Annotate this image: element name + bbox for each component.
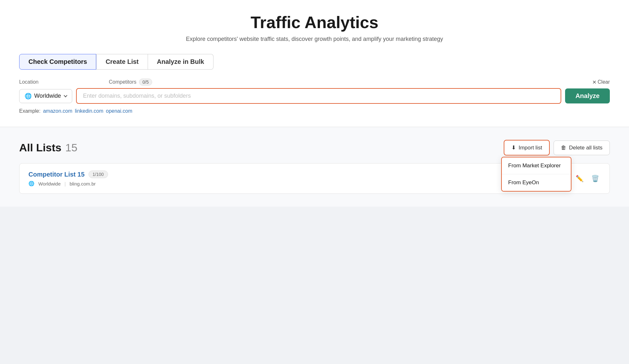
list-meta: 🌐 Worldwide | bling.com.br [28,181,108,186]
all-lists-header: All Lists 15 ⬇ Import list 🗑 Delete all … [19,140,610,155]
tab-create-list[interactable]: Create List [96,54,148,70]
lists-count: 15 [65,141,77,154]
delete-all-lists-button[interactable]: 🗑 Delete all lists [554,140,610,155]
domain-input[interactable] [76,88,562,104]
analyze-button[interactable]: Analyze [565,88,610,103]
tab-check-competitors[interactable]: Check Competitors [19,54,96,70]
tab-analyze-bulk[interactable]: Analyze in Bulk [148,54,214,70]
search-labels-left: Location Competitors 0/5 [19,79,152,86]
meta-divider: | [65,181,66,186]
clear-button[interactable]: ✕ Clear [592,79,610,85]
search-area: Location Competitors 0/5 ✕ Clear 🌐 World… [19,79,610,114]
list-card-name-row: Competitor List 15 1/100 [28,171,108,178]
example-amazon[interactable]: amazon.com [43,108,73,114]
list-badge: 1/100 [89,171,108,178]
list-location: Worldwide [38,181,61,186]
chevron-down-icon [64,93,67,99]
page-subtitle: Explore competitors' website traffic sta… [19,36,610,42]
edit-list-button[interactable]: ✏️ [574,173,585,184]
location-dropdown[interactable]: 🌐 Worldwide [19,89,72,103]
competitors-badge: 0/5 [139,79,152,86]
page-title: Traffic Analytics [19,13,610,32]
example-linkedin[interactable]: linkedin.com [75,108,103,114]
search-row: 🌐 Worldwide Analyze [19,88,610,104]
globe-icon: 🌐 [25,93,32,100]
competitors-label: Competitors 0/5 [109,79,152,86]
list-card-left: Competitor List 15 1/100 🌐 Worldwide | b… [28,171,108,186]
list-domain: bling.com.br [70,181,96,186]
tabs-row: Check Competitors Create List Analyze in… [19,54,610,70]
top-section: Traffic Analytics Explore competitors' w… [0,0,629,127]
list-name-link[interactable]: Competitor List 15 [28,171,85,178]
location-label: Location [19,79,39,85]
import-list-button[interactable]: ⬇ Import list [504,140,550,155]
dropdown-market-explorer[interactable]: From Market Explorer [502,157,571,174]
import-icon: ⬇ [511,144,516,151]
examples-label: Example: [19,108,41,114]
import-dropdown-menu: From Market Explorer From EyeOn [501,157,571,192]
all-lists-title: All Lists 15 [19,141,77,154]
delete-list-button[interactable]: 🗑️ [590,173,601,184]
list-globe-icon: 🌐 [28,181,35,186]
dropdown-eyeon[interactable]: From EyeOn [502,174,571,191]
location-value: Worldwide [34,93,61,99]
trash-icon: 🗑 [561,145,566,151]
search-labels: Location Competitors 0/5 ✕ Clear [19,79,610,86]
header-actions: ⬇ Import list 🗑 Delete all lists From Ma… [504,140,610,155]
list-card-actions: ✏️ 🗑️ [574,173,601,184]
examples-row: Example: amazon.com linkedin.com openai.… [19,108,610,114]
bottom-section: All Lists 15 ⬇ Import list 🗑 Delete all … [0,127,629,207]
example-openai[interactable]: openai.com [106,108,132,114]
close-icon: ✕ [592,79,596,85]
